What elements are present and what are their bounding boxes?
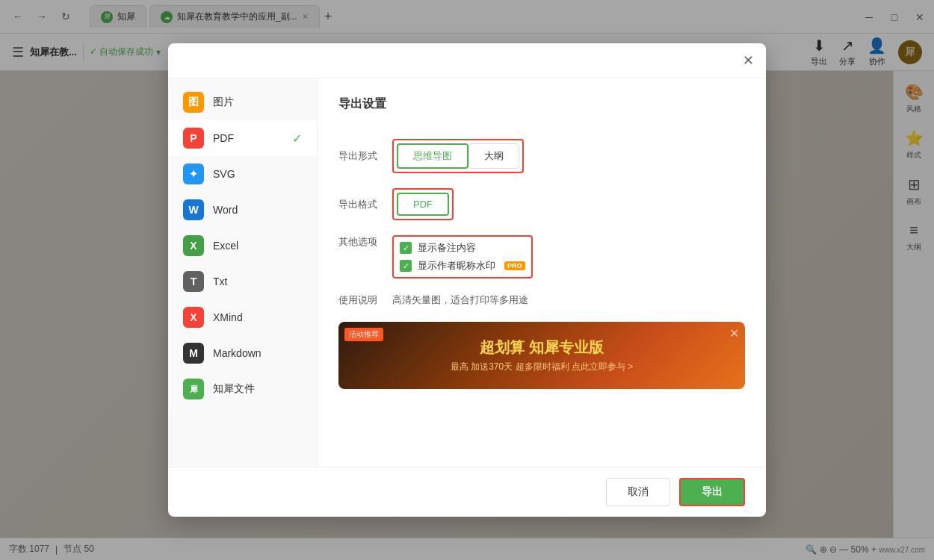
export-type-panel: 图 图片 P PDF ✓ ✦ SVG W Word X Excel T <box>168 78 318 467</box>
mindmap-option-button[interactable]: 思维导图 <box>397 143 468 169</box>
show-watermark-label: 显示作者昵称水印 <box>418 259 495 273</box>
export-type-pdf[interactable]: P PDF ✓ <box>168 120 317 156</box>
cancel-button[interactable]: 取消 <box>606 478 670 506</box>
outline-option-button[interactable]: 大纲 <box>468 143 519 169</box>
export-type-txt[interactable]: T Txt <box>168 264 317 299</box>
export-form-label: 导出形式 <box>338 149 383 163</box>
export-settings-panel: 导出设置 导出形式 思维导图 大纲 导出格式 PDF 其他选项 <box>318 78 766 467</box>
word-icon: W <box>183 199 204 220</box>
excel-label: Excel <box>213 240 238 252</box>
xmind-label: XMind <box>213 311 243 323</box>
export-dialog: ✕ 图 图片 P PDF ✓ ✦ SVG W Word X Exc <box>168 43 766 517</box>
promo-tag: 活动推荐 <box>344 328 383 341</box>
export-format-options: PDF <box>392 188 454 220</box>
xmind-icon: X <box>183 307 204 328</box>
dialog-close-button[interactable]: ✕ <box>743 52 754 69</box>
image-label: 图片 <box>213 96 234 109</box>
usage-row: 使用说明 高清矢量图，适合打印等多用途 <box>338 293 745 307</box>
zhijue-label: 知犀文件 <box>213 382 255 396</box>
txt-icon: T <box>183 271 204 292</box>
other-options-row: 其他选项 ✓ 显示备注内容 ✓ 显示作者昵称水印 PRO <box>338 235 745 279</box>
section-title: 导出设置 <box>338 96 745 112</box>
excel-icon: X <box>183 235 204 256</box>
export-type-svg[interactable]: ✦ SVG <box>168 156 317 192</box>
show-notes-row: ✓ 显示备注内容 <box>400 241 525 255</box>
pro-badge: PRO <box>504 261 525 270</box>
pdf-format-button[interactable]: PDF <box>397 193 449 216</box>
export-type-word[interactable]: W Word <box>168 192 317 228</box>
image-icon: 图 <box>183 92 204 113</box>
word-label: Word <box>213 204 238 216</box>
svg-label: SVG <box>213 168 235 180</box>
dialog-header: ✕ <box>168 43 766 78</box>
export-format-row: 导出格式 PDF <box>338 188 745 220</box>
show-watermark-row: ✓ 显示作者昵称水印 PRO <box>400 259 525 273</box>
export-type-zhijue[interactable]: 犀 知犀文件 <box>168 371 317 407</box>
dialog-body: 图 图片 P PDF ✓ ✦ SVG W Word X Excel T <box>168 78 766 467</box>
export-type-xmind[interactable]: X XMind <box>168 299 317 335</box>
svg-icon: ✦ <box>183 164 204 184</box>
promo-subtitle: 最高 加送370天 超多限时福利 点此立即参与 > <box>353 361 730 373</box>
export-format-label: 导出格式 <box>338 198 383 211</box>
usage-text: 高清矢量图，适合打印等多用途 <box>392 293 528 307</box>
zhijue-icon: 犀 <box>183 379 204 399</box>
txt-label: Txt <box>213 276 227 287</box>
pdf-icon: P <box>183 128 204 149</box>
pdf-label: PDF <box>213 132 234 144</box>
export-form-options: 思维导图 大纲 <box>392 139 524 173</box>
export-form-row: 导出形式 思维导图 大纲 <box>338 139 745 173</box>
show-watermark-checkbox[interactable]: ✓ <box>400 260 412 272</box>
other-options-label: 其他选项 <box>338 235 383 249</box>
usage-label: 使用说明 <box>338 293 383 307</box>
promo-close-button[interactable]: ✕ <box>729 326 739 340</box>
pdf-check-icon: ✓ <box>292 131 302 146</box>
export-confirm-button[interactable]: 导出 <box>679 478 745 506</box>
export-type-image[interactable]: 图 图片 <box>168 84 317 120</box>
show-notes-label: 显示备注内容 <box>418 241 476 255</box>
promo-banner[interactable]: ✕ 活动推荐 超划算 知犀专业版 最高 加送370天 超多限时福利 点此立即参与… <box>338 322 745 389</box>
export-type-excel[interactable]: X Excel <box>168 228 317 264</box>
show-notes-checkbox[interactable]: ✓ <box>400 242 412 254</box>
export-type-markdown[interactable]: M Markdown <box>168 335 317 371</box>
markdown-label: Markdown <box>213 347 262 359</box>
markdown-icon: M <box>183 343 204 364</box>
other-options-checkboxes: ✓ 显示备注内容 ✓ 显示作者昵称水印 PRO <box>392 235 533 279</box>
dialog-footer: 取消 导出 <box>168 467 766 517</box>
promo-title: 超划算 知犀专业版 <box>353 337 730 358</box>
